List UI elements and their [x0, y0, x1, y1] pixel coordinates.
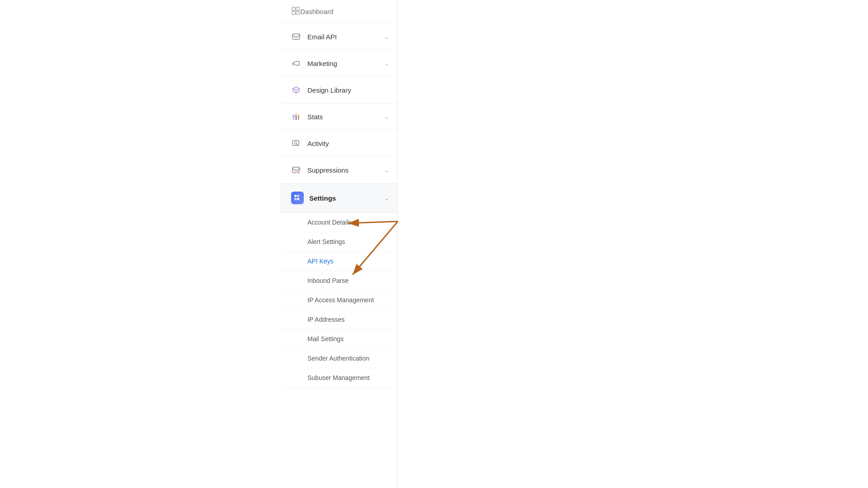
subuser-management-label: Subuser Management — [307, 374, 370, 381]
settings-label: Settings — [309, 194, 336, 202]
svg-point-12 — [295, 142, 297, 144]
svg-point-5 — [292, 63, 294, 64]
sub-item-alert-settings[interactable]: Alert Settings — [280, 232, 397, 252]
stats-chevron: ⌄ — [384, 113, 389, 120]
api-keys-label: API Keys — [307, 258, 334, 265]
account-details-label: Account Details — [307, 219, 351, 226]
suppressions-chevron: ⌄ — [384, 167, 389, 174]
svg-rect-6 — [293, 118, 294, 120]
svg-rect-0 — [292, 7, 295, 10]
email-api-icon — [291, 32, 301, 42]
sidebar-item-stats[interactable]: Stats ⌄ — [280, 103, 397, 130]
svg-rect-15 — [294, 195, 297, 197]
svg-rect-1 — [296, 7, 299, 10]
inbound-parse-label: Inbound Parse — [307, 277, 349, 284]
marketing-chevron: ⌄ — [384, 60, 389, 67]
svg-point-9 — [293, 115, 295, 117]
design-library-icon — [291, 85, 301, 95]
sub-item-inbound-parse[interactable]: Inbound Parse — [280, 271, 397, 291]
email-api-chevron: ⌄ — [384, 33, 389, 40]
mail-settings-label: Mail Settings — [307, 335, 344, 343]
svg-rect-11 — [292, 141, 299, 145]
svg-rect-4 — [292, 34, 300, 39]
sidebar-item-settings[interactable]: Settings ⌄ — [280, 183, 397, 213]
settings-icon — [291, 192, 304, 204]
settings-chevron: ⌄ — [384, 195, 389, 202]
sub-item-api-keys[interactable]: API Keys — [280, 252, 397, 271]
svg-rect-17 — [294, 198, 297, 200]
sidebar-item-email-api[interactable]: Email API ⌄ — [280, 23, 397, 50]
suppressions-label: Suppressions — [307, 166, 349, 174]
sub-item-ip-addresses[interactable]: IP Addresses — [280, 310, 397, 329]
sender-authentication-label: Sender Authentication — [307, 355, 369, 362]
alert-settings-label: Alert Settings — [307, 238, 345, 245]
sub-item-mail-settings[interactable]: Mail Settings — [280, 329, 397, 349]
email-api-label: Email API — [307, 33, 337, 41]
settings-sub-menu: Account Details Alert Settings API Keys … — [280, 213, 397, 388]
sidebar-item-dashboard[interactable]: Dashboard — [280, 0, 397, 23]
sidebar-item-marketing[interactable]: Marketing ⌄ — [280, 50, 397, 77]
stats-icon — [291, 112, 301, 122]
sub-item-subuser-management[interactable]: Subuser Management — [280, 368, 397, 388]
ip-addresses-label: IP Addresses — [307, 316, 344, 323]
svg-rect-7 — [296, 116, 297, 120]
svg-rect-18 — [297, 198, 299, 200]
ip-access-management-label: IP Access Management — [307, 296, 374, 304]
sub-item-ip-access-management[interactable]: IP Access Management — [280, 291, 397, 310]
sub-item-sender-authentication[interactable]: Sender Authentication — [280, 349, 397, 368]
svg-rect-2 — [292, 11, 295, 14]
dashboard-label: Dashboard — [300, 8, 333, 15]
sidebar-item-activity[interactable]: Activity — [280, 130, 397, 157]
sidebar-item-suppressions[interactable]: Suppressions ⌄ — [280, 157, 397, 183]
marketing-icon — [291, 58, 301, 68]
design-library-label: Design Library — [307, 86, 351, 94]
suppressions-icon — [291, 165, 301, 175]
sidebar: Dashboard Email API ⌄ Marketing ⌄ — [280, 0, 398, 488]
sub-item-account-details[interactable]: Account Details — [280, 213, 397, 232]
arrow-annotation — [0, 0, 868, 488]
svg-rect-19 — [298, 196, 299, 197]
marketing-label: Marketing — [307, 60, 337, 67]
svg-rect-3 — [296, 11, 299, 14]
dashboard-icon — [291, 6, 300, 17]
sidebar-item-design-library[interactable]: Design Library — [280, 77, 397, 103]
activity-icon — [291, 138, 301, 148]
svg-rect-8 — [298, 115, 299, 120]
svg-point-10 — [295, 114, 297, 116]
stats-label: Stats — [307, 113, 323, 121]
activity-label: Activity — [307, 140, 329, 147]
